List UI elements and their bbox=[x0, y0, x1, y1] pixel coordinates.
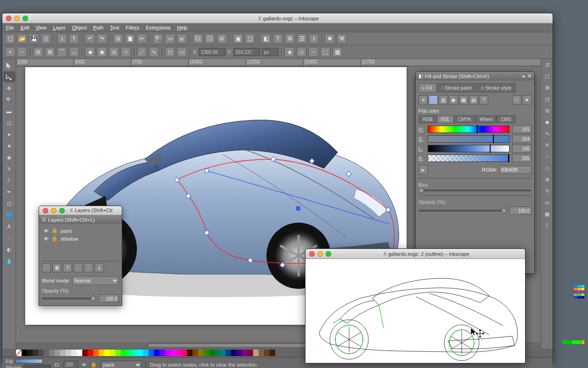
menu-layer[interactable]: Layer bbox=[53, 25, 66, 30]
edit-clip-icon[interactable]: ⬚ bbox=[320, 47, 330, 57]
palette-swatch[interactable] bbox=[220, 350, 226, 356]
palette-swatch[interactable] bbox=[38, 350, 44, 356]
a-slider[interactable] bbox=[428, 155, 509, 162]
duplicate-icon[interactable]: ⿻ bbox=[193, 34, 203, 44]
bucket-tool-icon[interactable]: 🪣 bbox=[3, 209, 15, 220]
node-break-icon[interactable]: ⊟ bbox=[33, 47, 43, 57]
palette-swatch[interactable] bbox=[270, 350, 275, 356]
menu-extensions[interactable]: Extensions bbox=[146, 25, 171, 30]
palette-swatch[interactable] bbox=[121, 350, 126, 356]
palette-swatch[interactable] bbox=[60, 350, 66, 356]
palette-swatch[interactable] bbox=[187, 350, 192, 356]
export-icon[interactable]: ⤒ bbox=[69, 34, 79, 44]
menu-path[interactable]: Path bbox=[93, 25, 104, 30]
palette-swatch[interactable] bbox=[215, 350, 220, 356]
snap-page-icon[interactable]: ▭ bbox=[541, 197, 553, 208]
layer-bottom-button[interactable]: ⤓ bbox=[95, 263, 104, 272]
layers-opacity-slider[interactable] bbox=[42, 298, 96, 299]
outline-min-button[interactable] bbox=[317, 251, 323, 257]
fs-opacity-input[interactable] bbox=[509, 207, 531, 215]
palette-swatch[interactable] bbox=[88, 350, 93, 356]
palette-swatch[interactable] bbox=[27, 350, 33, 356]
s-input[interactable] bbox=[512, 135, 531, 143]
calligraphy-tool-icon[interactable]: ✒ bbox=[3, 186, 15, 197]
palette-swatch[interactable] bbox=[110, 350, 115, 356]
zoom-fit-icon[interactable]: 🔍 bbox=[153, 34, 163, 44]
layer-add-button[interactable]: + bbox=[42, 263, 51, 272]
opacity-slider[interactable] bbox=[418, 210, 507, 212]
palette-swatch[interactable] bbox=[71, 350, 77, 356]
palette-swatch[interactable] bbox=[237, 350, 242, 356]
ungroup-icon[interactable]: ▢ bbox=[245, 34, 255, 44]
outline-zoom-button[interactable] bbox=[326, 251, 331, 257]
xml-icon[interactable]: ⚙ bbox=[285, 34, 295, 44]
star-tool-icon[interactable]: ★ bbox=[3, 140, 15, 151]
flat-color-icon[interactable] bbox=[429, 95, 438, 104]
node-del-icon[interactable]: − bbox=[17, 47, 27, 57]
palette-swatch[interactable] bbox=[55, 350, 60, 356]
palette-swatch[interactable] bbox=[209, 350, 215, 356]
palette-swatch[interactable] bbox=[99, 350, 104, 356]
palette-swatch[interactable] bbox=[143, 350, 148, 356]
layers-zoom-button[interactable] bbox=[59, 208, 65, 213]
zoom-button[interactable] bbox=[23, 16, 28, 21]
text-tool-icon[interactable]: A bbox=[3, 221, 15, 232]
doc-prefs-icon[interactable]: ⚒ bbox=[337, 34, 347, 44]
outline-canvas[interactable] bbox=[305, 259, 525, 363]
snap-guide-icon[interactable]: │ bbox=[541, 220, 553, 231]
snap-cusp-icon[interactable]: ◇ bbox=[541, 162, 553, 173]
close-button[interactable] bbox=[6, 16, 11, 21]
coord-unit[interactable] bbox=[262, 48, 278, 56]
layers-icon[interactable]: ☰ bbox=[297, 34, 307, 44]
layer-row-shadow[interactable]: 👁🔓shadow bbox=[42, 235, 119, 242]
h-slider[interactable] bbox=[428, 126, 509, 133]
connector-tool-icon[interactable]: ⟋ bbox=[3, 232, 15, 243]
blend-select[interactable]: Normal bbox=[72, 276, 119, 285]
snap-center-icon[interactable]: ⊕ bbox=[541, 174, 553, 185]
node-tool-icon[interactable] bbox=[3, 71, 15, 82]
text-props-icon[interactable]: T bbox=[273, 34, 283, 44]
node-symm-icon[interactable]: ◎ bbox=[109, 47, 119, 57]
palette-swatch[interactable] bbox=[49, 350, 55, 356]
menu-edit[interactable]: Edit bbox=[21, 25, 29, 30]
layers-titlebar[interactable]: ☰ Layers (Shift+Ctrl+L) bbox=[39, 215, 122, 224]
status-fill-swatch[interactable] bbox=[15, 359, 43, 363]
palette-swatch[interactable] bbox=[44, 350, 49, 356]
palette-swatch[interactable] bbox=[77, 350, 82, 356]
l-input[interactable] bbox=[512, 144, 531, 153]
3dbox-tool-icon[interactable]: ◫ bbox=[3, 117, 15, 128]
clone-icon[interactable]: ⿴ bbox=[205, 34, 215, 44]
layer-del-button[interactable]: 🗑 bbox=[52, 263, 62, 272]
tab-cms[interactable]: CMS bbox=[497, 115, 515, 123]
palette-swatch[interactable] bbox=[132, 350, 137, 356]
menu-filters[interactable]: Filters bbox=[126, 25, 140, 30]
snap-corner-icon[interactable]: ◳ bbox=[541, 93, 553, 104]
zoom-tool-icon[interactable]: 🔍 bbox=[3, 94, 15, 105]
palette-swatch[interactable] bbox=[126, 350, 132, 356]
layers-close-button[interactable] bbox=[43, 208, 48, 213]
heart-icon[interactable]: ♡ bbox=[512, 95, 521, 104]
palette-swatch[interactable] bbox=[242, 350, 248, 356]
palette-swatch[interactable] bbox=[104, 350, 110, 356]
layer-row-paint[interactable]: 👁🔓paint bbox=[42, 227, 119, 235]
copy-icon[interactable]: ⧉ bbox=[113, 34, 123, 44]
snap-grid-icon[interactable]: ▦ bbox=[541, 208, 553, 219]
ellipse-tool-icon[interactable]: ● bbox=[3, 129, 15, 140]
palette-swatch[interactable] bbox=[170, 350, 176, 356]
cut-icon[interactable]: ✂ bbox=[137, 34, 147, 44]
no-fill-swatch[interactable] bbox=[16, 350, 22, 356]
pattern-icon[interactable]: ▦ bbox=[459, 95, 468, 104]
node-del-seg-icon[interactable]: ⌓ bbox=[69, 47, 79, 57]
tab-stroke-style[interactable]: ≡ Stroke style bbox=[477, 83, 516, 92]
rgba-input[interactable] bbox=[499, 166, 531, 174]
minimize-button[interactable] bbox=[14, 16, 20, 21]
tab-stroke-paint[interactable]: ▫ Stroke paint bbox=[437, 83, 476, 92]
seg-line-icon[interactable]: ／ bbox=[137, 47, 147, 57]
snap-rotation-icon[interactable]: ↻ bbox=[541, 185, 553, 196]
node-join-seg-icon[interactable]: ⌒ bbox=[57, 47, 67, 57]
layers-opacity-input[interactable] bbox=[99, 294, 119, 303]
palette-swatch[interactable] bbox=[181, 350, 187, 356]
menu-object[interactable]: Object bbox=[72, 25, 87, 30]
menu-text[interactable]: Text bbox=[110, 25, 119, 30]
swatch-icon[interactable]: ▤ bbox=[469, 95, 478, 104]
